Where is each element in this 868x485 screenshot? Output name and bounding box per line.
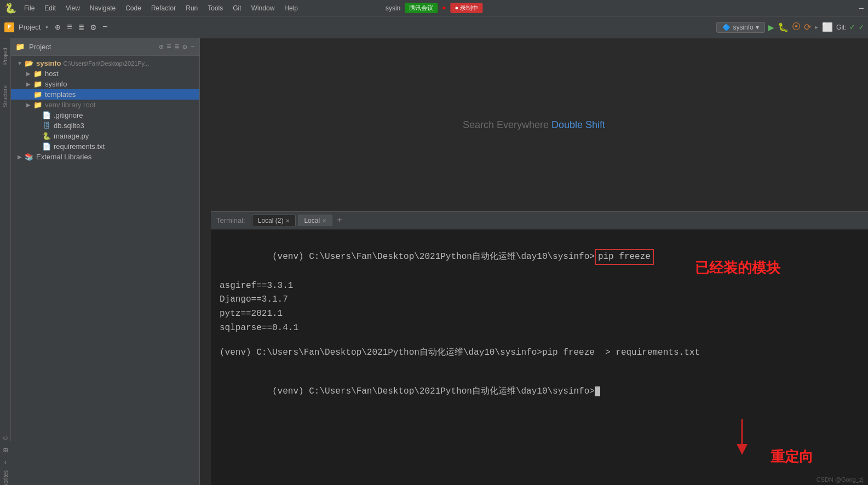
menu-help[interactable]: Help <box>280 3 302 13</box>
fav-back-icon[interactable]: ‹ <box>3 458 8 467</box>
tree-item-templates[interactable]: 📁 templates <box>11 89 199 100</box>
menu-code[interactable]: Code <box>121 3 146 13</box>
python-file-icon: 🐍 <box>42 132 51 140</box>
menu-navigate[interactable]: Navigate <box>85 3 120 13</box>
terminal-tab-local[interactable]: Local ✕ <box>298 215 332 226</box>
menu-refactor[interactable]: Refactor <box>147 3 180 13</box>
toolbar-icon-5[interactable]: − <box>100 21 110 33</box>
collapse-icon[interactable]: ≡ <box>166 42 171 51</box>
expand-icon[interactable]: ≣ <box>175 42 179 51</box>
menu-window[interactable]: Window <box>247 3 279 13</box>
toolbar-more-btn[interactable]: ▸ <box>814 22 819 32</box>
menu-run[interactable]: Run <box>181 3 202 13</box>
terminal-line-django: Django==3.1.7 <box>220 293 868 307</box>
ext-libs-label: External Libraries <box>36 153 91 161</box>
sysinfo-icon: 🔷 <box>722 24 731 31</box>
coverage-button[interactable]: ⦿ <box>792 22 801 32</box>
terminal-tab-local2-close[interactable]: ✕ <box>285 218 290 224</box>
project-dropdown[interactable]: ▾ <box>45 24 48 31</box>
tree-item-requirements[interactable]: 📄 requirements.txt <box>11 141 199 152</box>
project-side-tab[interactable]: Project <box>1 45 9 67</box>
menu-view[interactable]: View <box>61 3 84 13</box>
settings-icon[interactable]: ⚙ <box>182 42 187 51</box>
terminal-area: Terminal: Local (2) ✕ Local ✕ + (venv) C… <box>211 211 868 485</box>
git-label: Git: <box>836 24 847 31</box>
record-badge: ● 录制中 <box>450 3 482 13</box>
editor-area: Search Everywhere Double Shift <box>200 38 868 211</box>
run-button[interactable]: ▶ <box>768 21 774 33</box>
close-panel-icon[interactable]: − <box>191 42 195 51</box>
favorites-bar: ☺ ⊞ ‹ Favorites <box>0 441 11 485</box>
folder-sysinfo-sub-icon: 📁 <box>33 80 43 88</box>
profile-button[interactable]: ⟳ <box>804 22 811 33</box>
menu-edit[interactable]: Edit <box>40 3 60 13</box>
arrow-sysinfo: ▼ <box>15 60 24 66</box>
file-tree: ▼ 📂 sysinfo C:\Users\Fan\Desktop\2021Py.… <box>11 56 199 485</box>
toolbar-stop-btn[interactable]: ⬜ <box>822 22 833 33</box>
tree-item-host[interactable]: ▶ 📁 host <box>11 68 199 79</box>
structure-side-tab[interactable]: Structure <box>1 83 9 110</box>
fav-grid-icon[interactable]: ⊞ <box>3 446 8 455</box>
terminal-line-pytz: pytz==2021.1 <box>220 307 868 321</box>
project-label[interactable]: Project <box>19 23 41 31</box>
terminal-line-sqlparse: sqlparse==0.4.1 <box>220 321 868 336</box>
menu-right: — <box>859 4 864 13</box>
ext-libs-icon: 📚 <box>24 153 34 161</box>
debug-button[interactable]: 🐛 <box>778 22 789 33</box>
terminal-label: Terminal: <box>216 216 245 224</box>
terminal-line-last: (venv) C:\Users\Fan\Desktop\2021Python自动… <box>220 371 868 413</box>
toolbar-right: 🔷 sysinfo ▾ ▶ 🐛 ⦿ ⟳ ▸ ⬜ Git: ✓ ✓ <box>716 21 864 33</box>
fav-smiley-icon[interactable]: ☺ <box>3 434 8 442</box>
svg-marker-1 <box>737 444 748 455</box>
toolbar-icon-2[interactable]: ≡ <box>65 21 74 33</box>
templates-label: templates <box>45 90 76 99</box>
terminal-line-redirect: (venv) C:\Users\Fan\Desktop\2021Python自动… <box>220 346 868 360</box>
tree-item-manage[interactable]: 🐍 manage.py <box>11 131 199 141</box>
terminal-add-tab-button[interactable]: + <box>335 216 344 226</box>
menu-file[interactable]: File <box>20 3 39 13</box>
terminal-content[interactable]: (venv) C:\Users\Fan\Desktop\2021Python自动… <box>211 229 868 485</box>
tree-item-venv[interactable]: ▶ 📁 venv library root <box>11 100 199 110</box>
folder-templates-icon: 📁 <box>33 90 43 99</box>
sysinfo-label: sysinfo <box>733 24 753 31</box>
db-label: db.sqlite3 <box>54 122 84 130</box>
add-icon[interactable]: ⊕ <box>159 42 163 51</box>
toolbar-icon-3[interactable]: ≣ <box>77 21 87 34</box>
db-file-icon: 🗄 <box>42 122 51 130</box>
terminal-tab-local2-label: Local (2) <box>258 217 284 224</box>
search-hint: Search Everywhere Double Shift <box>463 119 605 131</box>
minimize-button[interactable]: — <box>859 4 864 13</box>
tree-item-db[interactable]: 🗄 db.sqlite3 <box>11 120 199 131</box>
tree-root-sysinfo[interactable]: ▼ 📂 sysinfo C:\Users\Fan\Desktop\2021Py.… <box>11 58 199 68</box>
sysinfo-sub-label: sysinfo <box>45 80 67 88</box>
term-prompt-1: (venv) C:\Users\Fan\Desktop\2021Python自动… <box>272 252 595 262</box>
menu-tools[interactable]: Tools <box>203 3 227 13</box>
pip-freeze-command: pip freeze <box>595 249 654 265</box>
terminal-tab-local-close[interactable]: ✕ <box>322 218 326 224</box>
toolbar-icon-1[interactable]: ⊕ <box>53 21 63 34</box>
arrow-venv: ▶ <box>24 102 33 108</box>
tree-item-sysinfo-sub[interactable]: ▶ 📁 sysinfo <box>11 79 199 89</box>
search-hint-key: Double Shift <box>551 119 605 130</box>
toolbar-icon-4[interactable]: ⚙ <box>88 21 98 34</box>
sysinfo-pill[interactable]: 🔷 sysinfo ▾ <box>716 22 764 33</box>
terminal-tab-local2[interactable]: Local (2) ✕ <box>252 215 296 226</box>
toolbar: P Project ▾ ⊕ ≡ ≣ ⚙ − 🔷 sysinfo ▾ ▶ 🐛 ⦿ … <box>0 16 868 38</box>
dot-icon: ● <box>442 4 446 12</box>
favorites-label: Favorites <box>3 470 9 485</box>
folder-venv-icon: 📁 <box>33 101 43 109</box>
tree-item-ext-libs[interactable]: ▶ 📚 External Libraries <box>11 152 199 162</box>
sysinfo-root-label: sysinfo <box>36 59 61 67</box>
sysinfo-root-path: C:\Users\Fan\Desktop\2021Py... <box>64 60 150 67</box>
watermark: CSDN @Gong_zj <box>817 476 864 483</box>
venv-label: venv library root <box>45 101 95 109</box>
sysinfo-dropdown-icon: ▾ <box>756 24 759 31</box>
folder-sysinfo-icon: 📂 <box>24 59 34 67</box>
annotation-redirect: 重定向 <box>771 446 813 469</box>
host-label: host <box>45 70 59 78</box>
tree-item-gitignore[interactable]: 📄 .gitignore <box>11 110 199 120</box>
terminal-tab-local-label: Local <box>304 217 320 224</box>
menu-git[interactable]: Git <box>228 3 245 13</box>
terminal-cursor <box>595 386 600 396</box>
app-logo: 🐍 <box>4 2 16 14</box>
